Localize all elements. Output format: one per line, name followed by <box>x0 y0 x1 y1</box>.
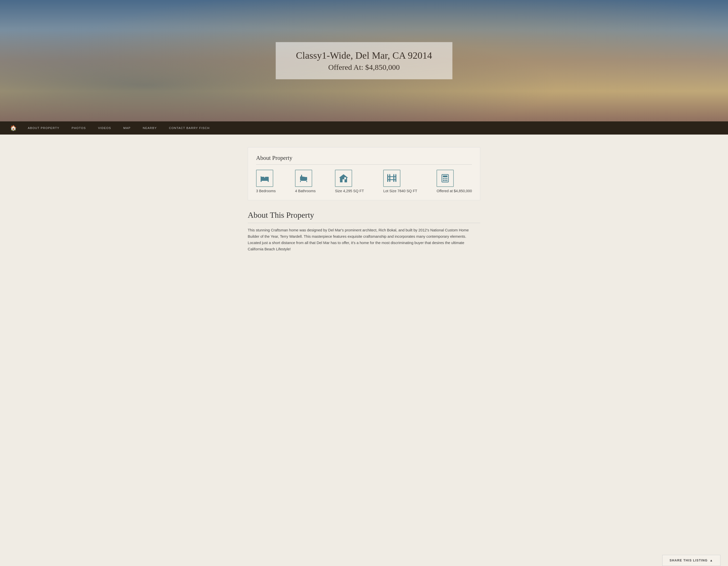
svg-rect-24 <box>443 175 447 177</box>
nav-item-photos[interactable]: PHOTOS <box>65 121 92 134</box>
main-nav: 🏠 ABOUT PROPERTY PHOTOS VIDEOS MAP NEARB… <box>0 121 728 134</box>
svg-rect-3 <box>261 180 262 182</box>
svg-rect-12 <box>344 177 346 179</box>
hero-title: Classy1-Wide, Del Mar, CA 92014 <box>296 50 432 61</box>
svg-marker-21 <box>393 174 394 175</box>
svg-rect-4 <box>268 180 269 182</box>
svg-rect-29 <box>445 180 446 181</box>
hero-section: Classy1-Wide, Del Mar, CA 92014 Offered … <box>0 0 728 121</box>
house-icon <box>335 170 352 187</box>
nav-item-videos[interactable]: VIDEOS <box>92 121 117 134</box>
stat-bathrooms: 4 Bathrooms <box>295 170 316 193</box>
svg-rect-18 <box>393 175 394 182</box>
svg-rect-25 <box>443 178 444 179</box>
stat-size-label: Size 4,295 SQ FT <box>335 189 364 193</box>
nav-item-nearby[interactable]: NEARBY <box>137 121 163 134</box>
svg-rect-9 <box>300 177 307 177</box>
svg-marker-20 <box>389 174 390 175</box>
stat-price: Offered at $4,850,000 <box>437 170 472 193</box>
svg-rect-17 <box>389 175 390 182</box>
hero-price: Offered At: $4,850,000 <box>296 63 432 72</box>
hero-overlay: Classy1-Wide, Del Mar, CA 92014 Offered … <box>276 42 452 79</box>
stat-lot: Lot Size 7840 SQ FT <box>383 170 417 193</box>
stat-bedrooms-label: 3 Bedrooms <box>256 189 276 193</box>
about-section: About This Property This stunning Crafts… <box>248 210 480 252</box>
svg-rect-26 <box>445 178 446 179</box>
nav-item-map[interactable]: MAP <box>117 121 137 134</box>
calculator-icon <box>437 170 454 187</box>
stat-lot-label: Lot Size 7840 SQ FT <box>383 189 417 193</box>
about-heading: About This Property <box>248 210 480 223</box>
bath-icon <box>295 170 312 187</box>
svg-rect-14 <box>395 175 396 182</box>
bed-icon <box>256 170 273 187</box>
nav-items-list: ABOUT PROPERTY PHOTOS VIDEOS MAP NEARBY … <box>22 121 216 134</box>
svg-rect-7 <box>300 181 301 182</box>
stat-size: Size 4,295 SQ FT <box>335 170 364 193</box>
svg-rect-8 <box>306 181 307 182</box>
stat-bathrooms-label: 4 Bathrooms <box>295 189 316 193</box>
svg-rect-16 <box>387 179 396 180</box>
svg-rect-5 <box>261 176 261 180</box>
svg-rect-15 <box>387 176 396 177</box>
nav-home-icon[interactable]: 🏠 <box>5 125 22 131</box>
svg-rect-11 <box>343 179 345 182</box>
svg-rect-2 <box>265 177 269 179</box>
svg-rect-30 <box>446 180 447 181</box>
stat-price-label: Offered at $4,850,000 <box>437 189 472 193</box>
nav-item-contact[interactable]: CONTACT BARRY FISCH <box>163 121 216 134</box>
about-description: This stunning Craftsman home was designe… <box>248 227 480 252</box>
main-content: About Property 3 Bedrooms <box>243 147 485 252</box>
nav-item-about-property[interactable]: ABOUT PROPERTY <box>22 121 65 134</box>
property-card: About Property 3 Bedrooms <box>248 147 480 200</box>
property-card-heading: About Property <box>256 154 472 165</box>
svg-marker-19 <box>387 174 388 175</box>
svg-rect-28 <box>443 180 444 181</box>
property-stats: 3 Bedrooms 4 Bathrooms <box>256 170 472 193</box>
fence-icon <box>383 170 400 187</box>
svg-marker-22 <box>395 174 396 175</box>
svg-rect-27 <box>446 178 447 179</box>
svg-rect-13 <box>387 175 388 182</box>
stat-bedrooms: 3 Bedrooms <box>256 170 276 193</box>
